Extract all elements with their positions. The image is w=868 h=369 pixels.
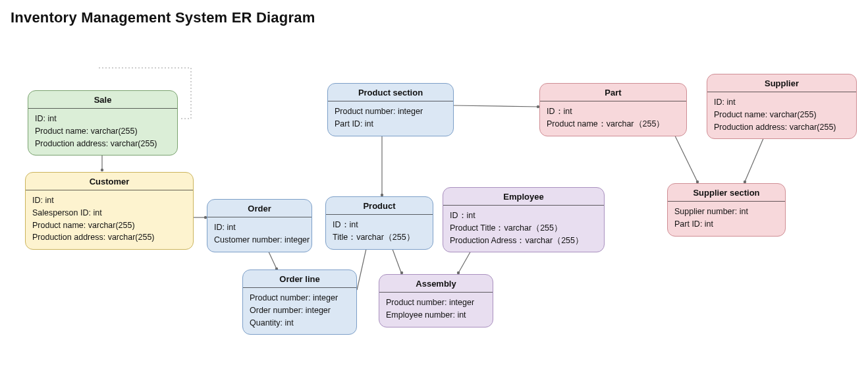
entity-attr: Product name: varchar(255)	[35, 125, 171, 138]
entity-employee[interactable]: Employee ID：int Product Title：varchar（25…	[443, 187, 605, 252]
diagram-canvas: Sale ID: int Product name: varchar(255) …	[0, 0, 868, 369]
entity-attr: Salesperson ID: int	[32, 207, 186, 219]
entity-attr: Product name: varchar(255)	[32, 219, 186, 232]
entity-employee-title: Employee	[443, 188, 604, 206]
entity-attr: Title：varchar（255）	[333, 231, 426, 244]
entity-attr: ID: int	[214, 221, 305, 234]
entity-product-section-body: Product number: integer Part ID: int	[328, 101, 453, 136]
entity-attr: Part ID: int	[674, 218, 778, 231]
entity-sale-title: Sale	[28, 91, 177, 109]
entity-attr: ID: int	[32, 194, 186, 207]
entity-attr: Production address: varchar(255)	[714, 121, 850, 134]
entity-attr: Employee number: int	[386, 309, 486, 322]
entity-attr: ID: int	[35, 113, 171, 125]
entity-order-line-body: Product number: integer Order number: in…	[243, 288, 356, 334]
entity-supplier-title: Supplier	[707, 74, 856, 92]
entity-sale[interactable]: Sale ID: int Product name: varchar(255) …	[28, 90, 178, 156]
entity-attr: Production address: varchar(255)	[35, 138, 171, 150]
entity-attr: Product Title：varchar（255）	[450, 222, 597, 235]
entity-order[interactable]: Order ID: int Customer number: integer	[207, 199, 312, 252]
entity-attr: Part ID: int	[335, 118, 447, 130]
entity-product-section-title: Product section	[328, 84, 453, 101]
entity-supplier[interactable]: Supplier ID: int Product name: varchar(2…	[707, 74, 857, 139]
entity-attr: ID: int	[714, 96, 850, 109]
entity-product-body: ID：int Title：varchar（255）	[326, 215, 433, 249]
entity-assembly-body: Product number: integer Employee number:…	[379, 293, 493, 327]
entity-attr: Order number: integer	[250, 304, 350, 317]
entity-attr: Product name：varchar（255）	[547, 118, 680, 130]
entity-attr: ID：int	[547, 105, 680, 118]
entity-assembly-title: Assembly	[379, 275, 493, 293]
entity-part[interactable]: Part ID：int Product name：varchar（255）	[539, 83, 687, 136]
entity-sale-body: ID: int Product name: varchar(255) Produ…	[28, 109, 177, 155]
entity-supplier-body: ID: int Product name: varchar(255) Produ…	[707, 92, 856, 138]
entity-product-title: Product	[326, 197, 433, 215]
entity-order-line[interactable]: Order line Product number: integer Order…	[242, 270, 357, 335]
entity-attr: Quantity: int	[250, 317, 350, 329]
entity-order-title: Order	[207, 200, 312, 217]
entity-attr: Product number: integer	[335, 105, 447, 118]
entity-attr: Production address: varchar(255)	[32, 231, 186, 244]
entity-order-line-title: Order line	[243, 270, 356, 288]
svg-point-0	[101, 169, 103, 171]
entity-assembly[interactable]: Assembly Product number: integer Employe…	[379, 274, 493, 327]
entity-supplier-section-title: Supplier section	[668, 184, 785, 202]
entity-customer[interactable]: Customer ID: int Salesperson ID: int Pro…	[25, 172, 194, 250]
entity-attr: Supplier number: int	[674, 206, 778, 218]
entity-attr: Customer number: integer	[214, 234, 305, 246]
entity-part-body: ID：int Product name：varchar（255）	[540, 101, 686, 136]
entity-attr: Product number: integer	[386, 297, 486, 309]
entity-supplier-section-body: Supplier number: int Part ID: int	[668, 202, 785, 236]
entity-product-section[interactable]: Product section Product number: integer …	[327, 83, 454, 136]
entity-supplier-section[interactable]: Supplier section Supplier number: int Pa…	[667, 183, 786, 237]
entity-order-body: ID: int Customer number: integer	[207, 217, 312, 252]
entity-attr: Production Adress：varchar（255）	[450, 235, 597, 247]
entity-product[interactable]: Product ID：int Title：varchar（255）	[325, 196, 433, 250]
entity-attr: Product name: varchar(255)	[714, 109, 850, 121]
entity-attr: ID：int	[450, 210, 597, 222]
entity-attr: ID：int	[333, 219, 426, 231]
entity-employee-body: ID：int Product Title：varchar（255） Produc…	[443, 206, 604, 252]
entity-customer-body: ID: int Salesperson ID: int Product name…	[26, 190, 193, 249]
entity-part-title: Part	[540, 84, 686, 101]
entity-customer-title: Customer	[26, 173, 193, 190]
entity-attr: Product number: integer	[250, 292, 350, 304]
